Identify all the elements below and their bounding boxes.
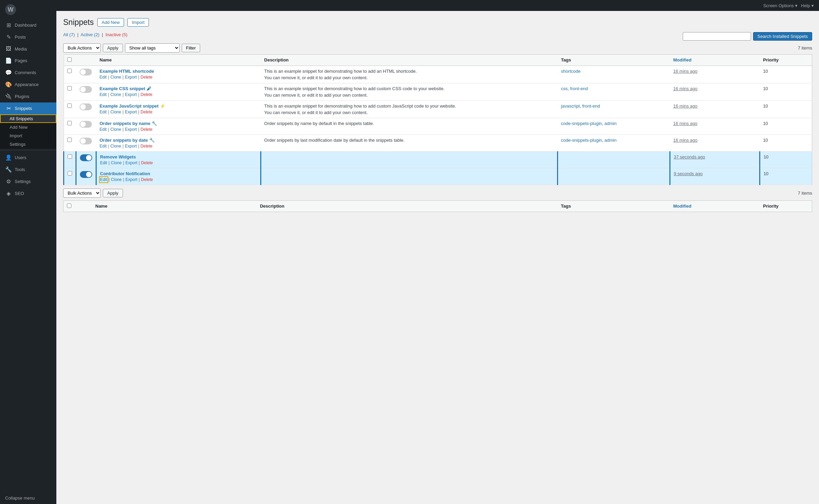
delete-link[interactable]: Delete (141, 160, 153, 165)
modified-time[interactable]: 37 seconds ago (674, 154, 705, 159)
select-all-checkbox-bottom[interactable] (67, 204, 71, 208)
export-link[interactable]: Export (125, 127, 137, 132)
modified-time[interactable]: 16 mins ago (673, 86, 697, 91)
screen-options-button[interactable]: Screen Options ▾ (763, 3, 798, 8)
bulk-actions-select-bottom[interactable]: Bulk Actions (63, 188, 101, 198)
tag-link[interactable]: front-end (582, 103, 600, 109)
select-all-checkbox-top[interactable] (67, 57, 72, 62)
export-link[interactable]: Export (125, 160, 137, 165)
row-checkbox[interactable] (67, 103, 72, 108)
col-header-modified[interactable]: Modified (670, 55, 760, 66)
sidebar-item-comments[interactable]: 💬 Comments (0, 67, 56, 79)
search-input[interactable] (683, 32, 751, 41)
snippet-toggle[interactable] (80, 171, 92, 178)
tag-link[interactable]: javascript (561, 103, 580, 109)
edit-link[interactable]: Edit (100, 144, 107, 149)
snippet-toggle[interactable] (80, 103, 92, 110)
tag-link[interactable]: css (561, 86, 568, 91)
modified-time[interactable]: 16 mins ago (673, 103, 697, 109)
export-link[interactable]: Export (125, 75, 137, 80)
collapse-menu-button[interactable]: Collapse menu (0, 492, 56, 504)
snippet-name-link[interactable]: Order snippets by date 🔧 (100, 138, 155, 143)
snippet-name-link[interactable]: Order snippets by name 🔧 (100, 121, 157, 126)
delete-link[interactable]: Delete (141, 127, 153, 132)
edit-link[interactable]: Edit (100, 177, 107, 182)
snippet-toggle[interactable] (80, 154, 92, 161)
row-checkbox[interactable] (67, 69, 72, 73)
snippet-name-link[interactable]: Example HTML shortcode (100, 69, 154, 74)
sidebar-subitem-import[interactable]: Import (0, 131, 56, 140)
sidebar-subitem-add-new[interactable]: Add New (0, 123, 56, 131)
filter-all[interactable]: All (7) (63, 32, 76, 37)
search-button[interactable]: Search Installed Snippets (753, 32, 812, 41)
clone-link[interactable]: Clone (110, 75, 121, 80)
clone-link[interactable]: Clone (110, 144, 121, 149)
apply-button-bottom[interactable]: Apply (103, 189, 123, 197)
clone-link[interactable]: Clone (111, 177, 122, 182)
modified-time[interactable]: 16 mins ago (673, 121, 697, 126)
clone-link[interactable]: Clone (110, 92, 121, 97)
modified-time[interactable]: 16 mins ago (673, 138, 697, 143)
sidebar-item-pages[interactable]: 📄 Pages (0, 55, 56, 67)
snippet-name-link[interactable]: Remove Widgets (100, 154, 136, 159)
edit-link[interactable]: Edit (100, 160, 107, 165)
snippet-toggle[interactable] (80, 121, 92, 128)
clone-link[interactable]: Clone (111, 160, 122, 165)
tags-filter-select[interactable]: Show all tags (125, 43, 180, 53)
sidebar-item-settings[interactable]: ⚙ Settings (0, 176, 56, 187)
sidebar-item-plugins[interactable]: 🔌 Plugins (0, 90, 56, 102)
tag-link[interactable]: admin (605, 121, 616, 126)
bulk-actions-select-top[interactable]: Bulk Actions (63, 43, 101, 53)
row-checkbox[interactable] (67, 86, 72, 90)
tag-link[interactable]: front-end (570, 86, 588, 91)
sidebar-subitem-all-snippets[interactable]: All Snippets (0, 114, 56, 123)
snippet-toggle[interactable] (80, 138, 92, 144)
sidebar-subitem-settings[interactable]: Settings (0, 140, 56, 149)
delete-link[interactable]: Delete (141, 110, 153, 114)
clone-link[interactable]: Clone (110, 110, 121, 114)
modified-time[interactable]: 16 mins ago (673, 69, 697, 74)
modified-time[interactable]: 9 seconds ago (674, 171, 703, 176)
sidebar-item-appearance[interactable]: 🎨 Appearance (0, 79, 56, 90)
filter-button[interactable]: Filter (182, 44, 200, 52)
snippet-name-link[interactable]: Contributor Notification (100, 171, 150, 176)
row-checkbox[interactable] (68, 154, 72, 159)
sidebar-item-posts[interactable]: ✎ Posts (0, 31, 56, 43)
row-checkbox[interactable] (67, 121, 72, 125)
col-footer-modified[interactable]: Modified (670, 201, 760, 212)
delete-link[interactable]: Delete (141, 144, 153, 149)
snippet-toggle[interactable] (80, 69, 92, 75)
sidebar-item-seo[interactable]: ◈ SEO (0, 187, 56, 199)
sidebar-item-dashboard[interactable]: ⊞ Dashboard (0, 19, 56, 31)
delete-link[interactable]: Delete (141, 75, 153, 80)
sidebar-item-tools[interactable]: 🔧 Tools (0, 164, 56, 176)
tag-link[interactable]: admin (605, 138, 616, 143)
edit-link[interactable]: Edit (100, 75, 107, 80)
filter-inactive[interactable]: Inactive (5) (106, 32, 127, 37)
apply-button-top[interactable]: Apply (103, 44, 123, 52)
export-link[interactable]: Export (125, 177, 137, 182)
clone-link[interactable]: Clone (110, 127, 121, 132)
tag-link[interactable]: code-snippets-plugin (561, 121, 602, 126)
edit-link[interactable]: Edit (100, 92, 107, 97)
export-link[interactable]: Export (125, 110, 137, 114)
sidebar-item-users[interactable]: 👤 Users (0, 152, 56, 164)
import-button[interactable]: Import (127, 18, 149, 27)
row-checkbox[interactable] (67, 138, 72, 142)
export-link[interactable]: Export (125, 92, 137, 97)
tag-link[interactable]: code-snippets-plugin (561, 138, 602, 143)
snippet-toggle[interactable] (80, 86, 92, 93)
delete-link[interactable]: Delete (141, 92, 153, 97)
filter-active[interactable]: Active (2) (81, 32, 101, 37)
export-link[interactable]: Export (125, 144, 137, 149)
snippet-name-link[interactable]: Example JavaScript snippet ⚡ (100, 103, 165, 109)
edit-link[interactable]: Edit (100, 110, 107, 114)
sidebar-item-snippets[interactable]: ✂ Snippets (0, 102, 56, 114)
edit-link[interactable]: Edit (100, 127, 107, 132)
sidebar-item-media[interactable]: 🖼 Media (0, 43, 56, 55)
snippet-name-link[interactable]: Example CSS snippet 🖌 (100, 86, 151, 91)
tag-link[interactable]: shortcode (561, 69, 581, 74)
row-checkbox[interactable] (68, 171, 72, 176)
delete-link[interactable]: Delete (141, 177, 153, 182)
add-new-button[interactable]: Add New (97, 18, 124, 27)
